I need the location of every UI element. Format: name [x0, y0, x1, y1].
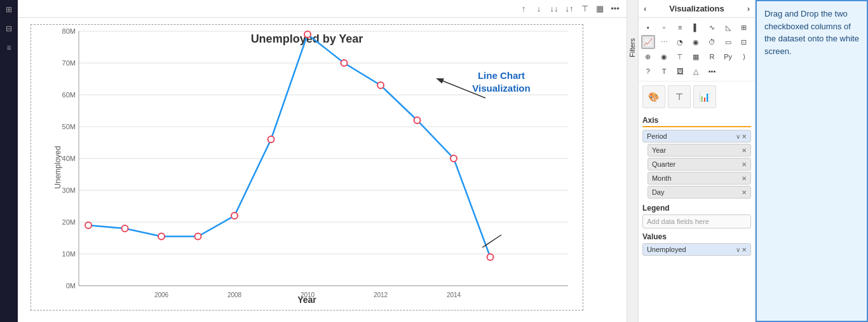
viz-clock-icon[interactable]: ⏱: [705, 35, 719, 49]
legend-empty-field: Add data fields here: [642, 214, 751, 228]
chart-svg: 0M 10M 20M 30M 40M 50M 60M 70M 80M 2006 …: [31, 25, 584, 311]
filter-icon[interactable]: ⊤: [668, 85, 691, 108]
axis-field-quarter-name: Quarter: [652, 160, 742, 168]
legend-section-label: Legend: [642, 204, 751, 213]
viz-icons-grid: ▪ ▫ ≡ ▌ ∿ ◺ ⊞ 📈 ⋯ ◔ ◉ ⏱ ▭ ⊡ ⊕ ◉ ⊤ ▦ R Py…: [639, 18, 755, 81]
svg-text:40M: 40M: [62, 155, 76, 162]
viz-python-icon[interactable]: Py: [721, 50, 735, 64]
axis-field-day-name: Day: [652, 188, 742, 196]
svg-text:2014: 2014: [447, 291, 461, 298]
axis-field-day-remove[interactable]: ✕: [742, 189, 747, 196]
sort-asc-icon[interactable]: ↑: [517, 3, 530, 15]
svg-text:70M: 70M: [62, 59, 76, 67]
instruction-text: Drag and Drop the two checkboxed columns…: [764, 9, 859, 56]
values-field-actions: ∨ ✕: [736, 246, 747, 253]
viz-table-icon[interactable]: ▦: [689, 50, 703, 64]
axis-field-year[interactable]: Year ✕: [648, 144, 751, 157]
axis-field-year-remove[interactable]: ✕: [742, 147, 747, 154]
viz-matrix-icon[interactable]: R: [705, 50, 719, 64]
axis-field-period-actions: ∨ ✕: [736, 133, 747, 140]
sort-za-icon[interactable]: ↓↑: [563, 3, 576, 15]
filter-icon[interactable]: ⊤: [578, 3, 591, 15]
viz-more4-icon[interactable]: •••: [705, 64, 719, 78]
format-icon[interactable]: 🎨: [642, 85, 665, 108]
svg-text:20M: 20M: [62, 218, 76, 226]
sort-az-icon[interactable]: ↓↓: [548, 3, 560, 15]
filters-label: Filters: [628, 38, 636, 57]
viz-text-icon[interactable]: T: [657, 64, 671, 78]
axis-field-month-name: Month: [652, 174, 742, 182]
special-icons-row: 🎨 ⊤ 📊: [642, 85, 751, 108]
data-point-2012: [377, 82, 384, 88]
viz-section-bottom: 🎨 ⊤ 📊 Axis Period ∨ ✕ Year ✕ Quarter ✕: [639, 81, 755, 322]
viz-panel: ‹ Visualizations › ▪ ▫ ≡ ▌ ∿ ◺ ⊞ 📈 ⋯ ◔ ◉…: [639, 0, 756, 322]
toolbar: ↑ ↓ ↓↓ ↓↑ ⊤ ▦ •••: [18, 0, 627, 18]
viz-scatter-icon[interactable]: ⋯: [657, 35, 671, 49]
chart-container: Unemployed by Year Unemployed Year: [18, 18, 627, 322]
viz-panel-forward-icon[interactable]: ›: [747, 4, 750, 13]
left-sidebar: ⊞ ⊟ ≡: [0, 0, 18, 322]
viz-qna-icon[interactable]: ?: [641, 64, 655, 78]
axis-field-period-expand[interactable]: ∨: [736, 133, 740, 140]
sidebar-icon-report[interactable]: ⊟: [2, 22, 16, 36]
axis-field-quarter-remove[interactable]: ✕: [742, 161, 747, 168]
axis-field-period[interactable]: Period ∨ ✕: [642, 130, 751, 143]
viz-area-icon[interactable]: ◺: [721, 20, 735, 34]
viz-pie-icon[interactable]: ◔: [673, 35, 687, 49]
sidebar-icon-data[interactable]: ≡: [2, 41, 16, 55]
more-options-icon[interactable]: •••: [609, 3, 621, 15]
viz-bar-icon[interactable]: ▪: [641, 20, 655, 34]
data-point-2009: [268, 136, 275, 143]
viz-panel-header: ‹ Visualizations ›: [639, 0, 755, 18]
data-point-2006: [158, 234, 165, 240]
viz-column-icon[interactable]: ▌: [689, 20, 703, 34]
values-field-unemployed[interactable]: Unemployed ∨ ✕: [642, 243, 751, 256]
viz-stack-icon[interactable]: ▫: [657, 20, 671, 34]
viz-filled-map-icon[interactable]: ◉: [657, 50, 671, 64]
viz-more1-icon[interactable]: ⊞: [737, 20, 751, 34]
svg-text:2006: 2006: [154, 291, 169, 298]
axis-field-period-remove[interactable]: ✕: [742, 133, 747, 140]
viz-linechart-selected-icon[interactable]: 📈: [641, 35, 655, 49]
viz-card-icon[interactable]: ▭: [721, 35, 735, 49]
viz-image-icon[interactable]: 🖼: [673, 64, 687, 78]
svg-text:60M: 60M: [62, 91, 76, 99]
svg-text:2010: 2010: [301, 291, 315, 298]
viz-shapes-icon[interactable]: △: [689, 64, 703, 78]
viz-panel-back-icon[interactable]: ‹: [644, 4, 646, 13]
values-field-unemployed-name: Unemployed: [647, 246, 736, 253]
values-field-remove[interactable]: ✕: [742, 246, 747, 253]
axis-field-quarter[interactable]: Quarter ✕: [648, 158, 751, 171]
viz-funnel-icon[interactable]: ⊤: [673, 50, 687, 64]
axis-field-day[interactable]: Day ✕: [648, 186, 751, 199]
viz-more2-icon[interactable]: ⊡: [737, 35, 751, 49]
viz-more3-icon[interactable]: ⟩: [737, 50, 751, 64]
axis-field-period-name: Period: [647, 132, 736, 140]
svg-text:50M: 50M: [62, 123, 76, 130]
viz-map-icon[interactable]: ⊕: [641, 50, 655, 64]
sort-desc-icon[interactable]: ↓: [532, 3, 545, 15]
fields-panel: Fields › 🔍 ▼ ▦ Sheet1 Σ Age: [756, 0, 868, 322]
svg-text:2008: 2008: [227, 291, 242, 298]
grid-icon[interactable]: ▦: [593, 3, 606, 15]
axis-field-month-remove[interactable]: ✕: [742, 175, 747, 182]
values-field-expand[interactable]: ∨: [736, 246, 740, 253]
data-point-2007: [195, 234, 201, 240]
instruction-box: Drag and Drop the two checkboxed columns…: [756, 0, 868, 322]
data-point-2014: [451, 155, 457, 162]
line-chart-path: [88, 34, 491, 257]
analytics-icon[interactable]: 📊: [693, 85, 716, 108]
viz-cluster-icon[interactable]: ≡: [673, 20, 687, 34]
sidebar-icon-home[interactable]: ⊞: [2, 3, 16, 17]
values-section-label: Values: [642, 232, 751, 241]
axis-field-month[interactable]: Month ✕: [648, 172, 751, 185]
svg-text:30M: 30M: [62, 186, 76, 194]
data-point-2004: [85, 222, 92, 228]
data-point-2015: [487, 254, 494, 260]
viz-donut-icon[interactable]: ◉: [689, 35, 703, 49]
data-point-2011: [341, 60, 348, 66]
data-point-2013: [414, 117, 421, 123]
annotation-line2: Visualization: [472, 83, 530, 94]
svg-text:80M: 80M: [62, 27, 76, 35]
viz-line-icon[interactable]: ∿: [705, 20, 719, 34]
